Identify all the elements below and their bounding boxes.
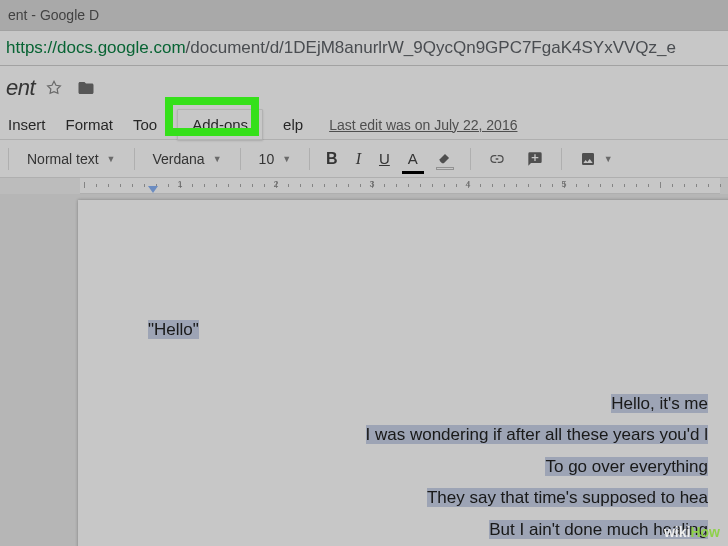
highlighter-icon (436, 151, 454, 165)
italic-button[interactable]: I (350, 146, 367, 172)
toolbar-separator (8, 148, 9, 170)
menu-format[interactable]: Format (66, 116, 114, 133)
ruler-label: 4 (465, 179, 470, 189)
horizontal-ruler[interactable]: 12345 (80, 178, 720, 194)
indent-marker-icon[interactable] (148, 186, 158, 193)
ruler-label: 2 (273, 179, 278, 189)
ruler-label: 3 (369, 179, 374, 189)
url-host: ://docs.google.com (43, 38, 186, 58)
url-scheme: https (6, 38, 43, 58)
toolbar-separator (470, 148, 471, 170)
toolbar-separator (134, 148, 135, 170)
lyric-line[interactable]: They say that time's supposed to hea (148, 482, 708, 513)
paragraph-style-dropdown[interactable]: Normal text ▼ (19, 147, 124, 171)
ruler-label: 1 (177, 179, 182, 189)
paragraph-style-label: Normal text (27, 151, 99, 167)
wikihow-watermark: wikiHow (664, 524, 720, 540)
text-color-button[interactable]: A (402, 146, 424, 171)
document-canvas: "Hello" Hello, it's meI was wondering if… (0, 194, 728, 546)
add-comment-button[interactable] (519, 147, 551, 171)
ruler-label: 5 (561, 179, 566, 189)
highlight-color-button[interactable] (430, 147, 460, 171)
menu-help[interactable]: elp (283, 116, 303, 133)
toolbar-separator (309, 148, 310, 170)
bold-button[interactable]: B (320, 146, 344, 172)
lyric-line[interactable]: Hello, it's me (148, 388, 708, 419)
browser-tab-strip: ent - Google D (0, 0, 728, 30)
insert-link-button[interactable] (481, 147, 513, 171)
menu-addons[interactable]: Add-ons (177, 109, 263, 140)
toolbar-separator (240, 148, 241, 170)
star-icon[interactable] (45, 79, 63, 97)
menu-bar: Insert Format Too Add-ons elp Last edit … (0, 110, 728, 140)
underline-button[interactable]: U (373, 146, 396, 171)
menu-insert[interactable]: Insert (8, 116, 46, 133)
url-path: /document/d/1DEjM8anurlrW_9QycQn9GPC7Fga… (186, 38, 676, 58)
lyric-line[interactable]: To go over everything (148, 451, 708, 482)
chevron-down-icon: ▼ (107, 154, 116, 164)
font-size-label: 10 (259, 151, 275, 167)
lyric-line[interactable]: I was wondering if after all these years… (148, 419, 708, 450)
chevron-down-icon: ▼ (604, 154, 613, 164)
docs-header: ent (0, 66, 728, 110)
folder-icon[interactable] (75, 79, 97, 97)
font-family-dropdown[interactable]: Verdana ▼ (145, 147, 230, 171)
browser-url-bar[interactable]: https://docs.google.com/document/d/1DEjM… (0, 30, 728, 66)
toolbar: Normal text ▼ Verdana ▼ 10 ▼ B I U A (0, 140, 728, 178)
chevron-down-icon: ▼ (282, 154, 291, 164)
chevron-down-icon: ▼ (213, 154, 222, 164)
menu-tools[interactable]: Too (133, 116, 157, 133)
last-edit-link[interactable]: Last edit was on July 22, 2016 (329, 117, 517, 133)
lyric-line[interactable]: But I ain't done much healing (148, 514, 708, 545)
toolbar-separator (561, 148, 562, 170)
document-page[interactable]: "Hello" Hello, it's meI was wondering if… (78, 200, 728, 546)
color-bar (402, 171, 424, 174)
font-size-dropdown[interactable]: 10 ▼ (251, 147, 300, 171)
document-title-text[interactable]: "Hello" (148, 320, 708, 340)
lyric-block[interactable]: Hello, it's meI was wondering if after a… (148, 388, 708, 545)
color-bar (436, 167, 454, 170)
insert-image-button[interactable]: ▼ (572, 147, 619, 171)
font-family-label: Verdana (153, 151, 205, 167)
document-title[interactable]: ent (6, 75, 35, 101)
browser-tab-title: ent - Google D (8, 7, 99, 23)
